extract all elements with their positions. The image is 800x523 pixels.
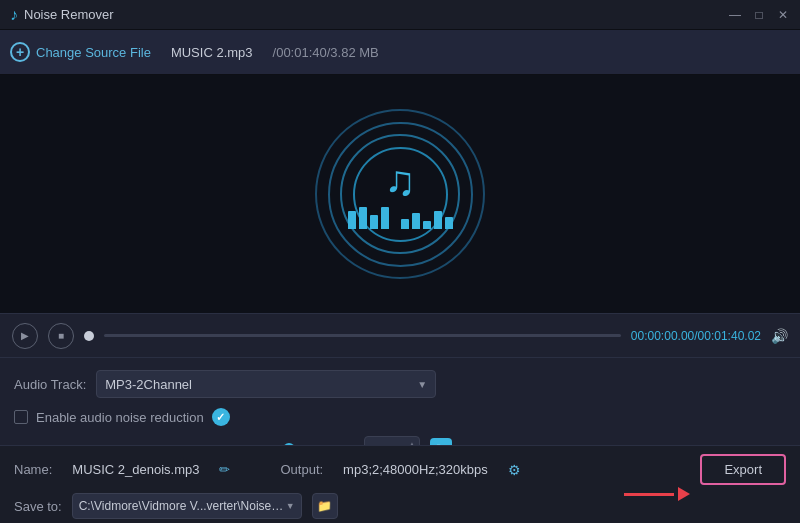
name-value: MUSIC 2_denois.mp3 xyxy=(72,462,199,477)
eq-bar-0 xyxy=(348,211,356,229)
stop-button[interactable]: ■ xyxy=(48,323,74,349)
output-label: Output: xyxy=(280,462,323,477)
window-controls: — □ ✕ xyxy=(728,8,790,22)
change-source-button[interactable]: + Change Source File xyxy=(10,42,151,62)
audio-track-row: Audio Track: MP3-2Channel ▼ xyxy=(14,370,786,398)
export-button[interactable]: Export xyxy=(700,454,786,485)
title-left: ♪ Noise Remover xyxy=(10,6,114,24)
stop-icon: ■ xyxy=(58,330,64,341)
export-arrow-hint xyxy=(624,487,690,501)
maximize-button[interactable]: □ xyxy=(752,8,766,22)
time-display: 00:00:00.00/00:01:40.02 xyxy=(631,329,761,343)
save-to-label: Save to: xyxy=(14,499,62,514)
folder-browse-button[interactable]: 📁 xyxy=(312,493,338,519)
total-time: 00:01:40.02 xyxy=(698,329,761,343)
noise-reduction-label: Enable audio noise reduction xyxy=(36,410,204,425)
arrow-head-icon xyxy=(678,487,690,501)
music-visualizer: ♫ xyxy=(310,104,490,284)
add-icon: + xyxy=(10,42,30,62)
eq-bars xyxy=(348,207,453,229)
eq-bar-8 xyxy=(445,217,453,229)
eq-bar-5 xyxy=(412,213,420,229)
play-button[interactable]: ▶ xyxy=(12,323,38,349)
noise-reduction-row: Enable audio noise reduction ✓ xyxy=(14,408,786,426)
progress-track[interactable] xyxy=(104,334,621,337)
arrow-body xyxy=(624,493,674,496)
controls-bar: ▶ ■ 00:00:00.00/00:01:40.02 🔊 xyxy=(0,313,800,358)
edit-name-icon[interactable]: ✏ xyxy=(219,462,230,477)
noise-info-icon[interactable]: ✓ xyxy=(212,408,230,426)
eq-bar-1 xyxy=(359,207,367,229)
file-name: MUSIC 2.mp3 xyxy=(171,45,253,60)
save-path-dropdown[interactable]: C:\Vidmore\Vidmore V...verter\Noise Remo… xyxy=(72,493,302,519)
audio-track-value: MP3-2Channel xyxy=(105,377,192,392)
close-button[interactable]: ✕ xyxy=(776,8,790,22)
minimize-button[interactable]: — xyxy=(728,8,742,22)
toolbar: + Change Source File MUSIC 2.mp3 /00:01:… xyxy=(0,30,800,75)
noise-reduction-checkbox[interactable] xyxy=(14,410,28,424)
save-path-arrow-icon: ▼ xyxy=(286,501,295,511)
bottom-top-row: Name: MUSIC 2_denois.mp3 ✏ Output: mp3;2… xyxy=(14,454,786,485)
progress-dot[interactable] xyxy=(84,331,94,341)
eq-bar-2 xyxy=(370,215,378,229)
preview-area: ♫ xyxy=(0,75,800,313)
volume-icon[interactable]: 🔊 xyxy=(771,328,788,344)
app-title: Noise Remover xyxy=(24,7,114,22)
output-value: mp3;2;48000Hz;320kbps xyxy=(343,462,488,477)
eq-bar-3 xyxy=(381,207,389,229)
eq-bar-6 xyxy=(423,221,431,229)
folder-icon: 📁 xyxy=(317,499,332,513)
current-time: 00:00:00.00 xyxy=(631,329,694,343)
name-label: Name: xyxy=(14,462,52,477)
music-note-icon: ♫ xyxy=(384,160,416,202)
eq-bar-7 xyxy=(434,211,442,229)
dropdown-arrow-icon: ▼ xyxy=(417,379,427,390)
audio-track-label: Audio Track: xyxy=(14,377,86,392)
bottom-bar: Name: MUSIC 2_denois.mp3 ✏ Output: mp3;2… xyxy=(0,445,800,523)
app-icon: ♪ xyxy=(10,6,18,24)
eq-bar-4 xyxy=(401,219,409,229)
audio-track-dropdown[interactable]: MP3-2Channel ▼ xyxy=(96,370,436,398)
save-path-value: C:\Vidmore\Vidmore V...verter\Noise Remo… xyxy=(79,499,286,513)
output-settings-icon[interactable]: ⚙ xyxy=(508,462,521,478)
file-meta: /00:01:40/3.82 MB xyxy=(273,45,379,60)
title-bar: ♪ Noise Remover — □ ✕ xyxy=(0,0,800,30)
play-icon: ▶ xyxy=(21,330,29,341)
change-source-label: Change Source File xyxy=(36,45,151,60)
